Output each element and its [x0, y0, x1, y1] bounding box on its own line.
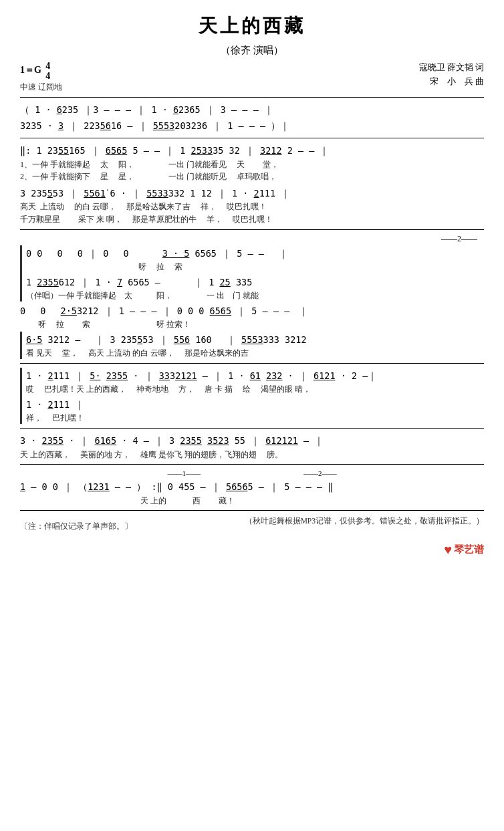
section-e: ——1—— ——2—— 1 — 0 0 ｜ （1231 — — ） :‖ 0 4… [20, 469, 484, 506]
music-line-2: 3235 · 3 ｜ 2235616 — ｜ 5553203236 ｜ 1 — … [20, 118, 484, 134]
section-b-lyrics2: 呀 拉 索 呀 拉索！ [20, 319, 484, 330]
time-numerator: 4 [45, 61, 50, 71]
lyricist: 寇晓卫 薛文韬 词 [419, 61, 485, 75]
meta-left: 1＝G 4 4 中速 辽阔地 [20, 61, 62, 93]
tempo-marking: 中速 辽阔地 [20, 82, 62, 93]
section-c: 1 · 2111 ｜ 5· 2355 · ｜ 3332121 — ｜ 1 · 6… [20, 368, 484, 424]
section-e-lyrics: 天 上的 西 藏！ [20, 495, 484, 507]
lyrics-a-2: 2、一伸 手就能摘下 星 星， 一出 门就能听见 卓玛歌唱， [20, 171, 484, 183]
lyrics-a-1: 1、一伸 手就能捧起 太 阳， 一出 门就能看见 天 堂， [20, 159, 484, 170]
lower-v-line1: 1 2355612 ｜ 1 · 7 6565 — ｜ 1 25 335 [26, 274, 484, 290]
upper-v-line1: 0 0 0 0 ｜ 0 0 3 · 5 6565 ｜ 5 — — ｜ [26, 245, 484, 261]
section-e-line1: 1 — 0 0 ｜ （1231 — — ） :‖ 0 455 — ｜ 56565… [20, 479, 484, 495]
brand-container: ♥ 琴艺谱 [20, 542, 484, 558]
bracket-labels: ——1—— ——2—— [20, 469, 484, 479]
section-d: 3 · 2355 · ｜ 6165 · 4 — ｜ 3 2355 3523 55… [20, 433, 484, 460]
brand-heart-icon: ♥ [444, 542, 452, 558]
section-b-line2: 0 0 2·53212 ｜ 1 — — — ｜ 0 0 0 6565 ｜ 5 —… [20, 303, 484, 319]
section-intro: （ 1 · 6235 ｜3 — — — ｜ 1 · 62365 ｜ 3 — — … [20, 102, 484, 134]
section-a: ‖: 1 2355165 ｜ 6565 5 — — ｜ 1 253335 32 … [20, 142, 484, 225]
section-d-lyrics1: 天 上的西藏， 美丽的地 方， 雄鹰 是你飞 翔的翅膀，飞翔的翅 膀。 [20, 449, 484, 461]
lower-v-lyrics: （伴唱）一伸 手就能捧起 太 阳， 一 出 门 就能 [26, 290, 484, 302]
upper-v-lyrics: 呀 拉 索 [26, 261, 484, 273]
section-d-line1: 3 · 2355 · ｜ 6165 · 4 — ｜ 3 2355 3523 55… [20, 433, 484, 449]
time-denominator: 4 [45, 71, 50, 81]
music-line-1: （ 1 · 6235 ｜3 — — — ｜ 1 · 62365 ｜ 3 — — … [20, 102, 484, 118]
brand-name: 琴艺谱 [454, 544, 484, 556]
section-c-lyrics2: 祥， 巴扎嘿！ [26, 412, 484, 424]
composer: 宋 小 兵 曲 [419, 75, 485, 89]
lyrics-a-4: 千万颗星星 采下 来 啊， 那是草原肥壮的牛 羊， 哎巴扎嘿！ [20, 214, 484, 225]
section-c-lyrics1: 哎 巴扎嘿！天 上的西藏， 神奇地地 方， 唐 卡 描 绘 渴望的眼 晴， [26, 384, 484, 395]
section-a-line2: 3 235553 ｜ 5561·6 · ｜ 5533332 1 12 ｜ 1 ·… [20, 184, 484, 201]
lower-v2-line: 6·5 3212 — ｜ 3 235553 ｜ 556 160 ｜ 555333… [26, 332, 484, 348]
lower-v2-lyrics: 看 见天 堂， 高天 上流动 的白 云哪， 那是哈达飘来的吉 [26, 348, 484, 359]
section-a-line1: ‖: 1 2355165 ｜ 6565 5 — — ｜ 1 253335 32 … [20, 142, 484, 158]
footer-note-right: （秋叶起舞根据MP3记谱，仅供参考。错误之处，敬请批评指正。） [245, 516, 484, 526]
meta-right: 寇晓卫 薛文韬 词 宋 小 兵 曲 [419, 61, 485, 89]
bracket-label-2: ——2—— [20, 234, 484, 244]
section-b: ——2—— 0 0 0 0 ｜ 0 0 3 · 5 6565 ｜ 5 — — ｜… [20, 234, 484, 359]
section-c-bracket: 1 · 2111 ｜ 5· 2355 · ｜ 3332121 — ｜ 1 · 6… [20, 368, 484, 424]
key-signature: 1＝G [20, 65, 41, 75]
lyrics-a-3: 高天 上流动 的白 云哪， 那是哈达飘来了吉 祥， 哎巴扎嘿！ [20, 201, 484, 213]
section-c-line1: 1 · 2111 ｜ 5· 2355 · ｜ 3332121 — ｜ 1 · 6… [26, 368, 484, 384]
upper-voice-bracket: 0 0 0 0 ｜ 0 0 3 · 5 6565 ｜ 5 — — ｜ 呀 拉 索… [20, 245, 484, 302]
section-c-line2: 1 · 2111 ｜ [26, 396, 484, 412]
song-title: 天上的西藏 [20, 13, 484, 39]
song-subtitle: （徐齐 演唱） [20, 44, 484, 57]
footer: 〔注：伴唱仅记录了单声部。〕 （秋叶起舞根据MP3记谱，仅供参考。错误之处，敬请… [20, 516, 484, 531]
footer-note-left: 〔注：伴唱仅记录了单声部。〕 [20, 521, 132, 531]
lower-voice-bracket2: 6·5 3212 — ｜ 3 235553 ｜ 556 160 ｜ 555333… [20, 332, 484, 359]
